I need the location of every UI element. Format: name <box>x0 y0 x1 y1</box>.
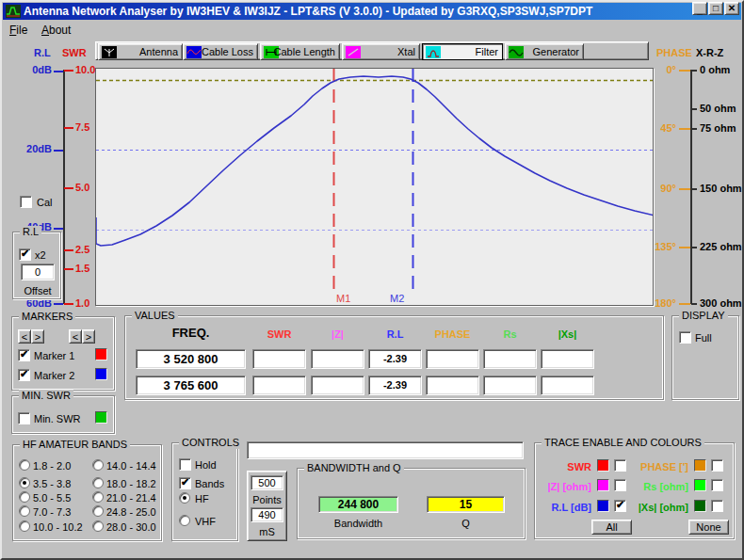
trace-z-checkbox[interactable]: ✔ <box>614 479 626 491</box>
band-radio-5.0[interactable] <box>19 491 30 503</box>
marker1-swr-field <box>252 349 306 369</box>
trace-swr-checkbox[interactable]: ✔ <box>614 459 626 472</box>
marker1-label: M1 <box>336 293 350 304</box>
band-radio-1.8[interactable] <box>19 459 30 471</box>
band-radio-21.0[interactable] <box>92 491 104 503</box>
min-swr-group: MIN. SWR ✔ Min. SWR <box>11 395 115 434</box>
rl-tick <box>54 228 63 230</box>
band-radio-18.0[interactable] <box>92 477 104 488</box>
cal-label: Cal <box>37 197 53 209</box>
marker2-color-swatch[interactable] <box>95 368 107 380</box>
marker2-right-button[interactable]: > <box>82 329 95 344</box>
marker1-checkbox[interactable]: ✔ <box>18 349 30 361</box>
vhf-label: VHF <box>195 516 216 528</box>
points-input[interactable]: 500 <box>251 475 283 490</box>
full-checkbox[interactable]: ✔ <box>679 331 691 344</box>
marker2-xs-field <box>541 376 594 395</box>
trace-rl-label: R.L [dB] <box>535 502 591 514</box>
points-label: Points <box>248 494 286 506</box>
menu-file[interactable]: File <box>6 23 31 38</box>
rl-tick <box>54 150 63 152</box>
rl-axis-label: 0dB <box>23 64 52 76</box>
vhf-radio[interactable] <box>179 515 190 526</box>
ohm-axis-label: 0 ohm <box>700 64 730 76</box>
trace-rl-checkbox[interactable]: ✔ <box>614 500 626 512</box>
xtal-button[interactable]: Xtal <box>342 43 420 60</box>
ohm-tick <box>691 70 697 72</box>
swr-axis-label: 5.0 <box>75 182 89 194</box>
phase-tick <box>679 303 690 305</box>
trace-group-title: TRACE ENABLE AND COLOURS <box>542 437 704 449</box>
marker2-checkbox[interactable]: ✔ <box>18 369 30 381</box>
marker2-left-button[interactable]: < <box>69 329 82 344</box>
trace-rl-swatch[interactable] <box>597 500 609 512</box>
phase-tick <box>679 128 690 130</box>
swr-axis-label: 1.5 <box>75 263 89 275</box>
band-radio-3.5[interactable] <box>19 477 30 488</box>
hf-radio[interactable] <box>179 492 190 504</box>
antenna-icon <box>102 46 117 58</box>
min-swr-color-swatch[interactable] <box>95 411 107 424</box>
marker1-color-swatch[interactable] <box>95 348 107 360</box>
swr-axis-label: 1.0 <box>75 297 89 310</box>
cal-checkbox[interactable]: ✔ <box>20 196 32 208</box>
close-button[interactable]: ✕ <box>724 2 739 15</box>
marker1-right-button[interactable]: > <box>31 329 44 344</box>
ohm-axis-label: 225 ohm <box>700 241 742 253</box>
cable-length-button[interactable]: Cable Length <box>260 43 340 60</box>
bands-group-title: HF AMATEUR BANDS <box>20 439 130 451</box>
trace-phase-swatch[interactable] <box>694 459 706 472</box>
min-swr-group-title: MIN. SWR <box>19 390 73 402</box>
display-group-title: DISPLAY <box>679 310 728 322</box>
antenna-button[interactable]: Antenna <box>98 43 183 60</box>
bands-checkbox[interactable]: ✔ <box>179 477 191 489</box>
filter-icon <box>426 46 441 58</box>
trace-rs-swatch[interactable] <box>694 479 706 491</box>
swr-axis-title: SWR <box>62 47 87 59</box>
maximize-button[interactable]: □ <box>708 2 723 15</box>
filter-button[interactable]: Filter <box>422 43 503 60</box>
min-swr-checkbox[interactable]: ✔ <box>18 412 30 424</box>
generator-button[interactable]: Generator <box>505 43 584 60</box>
band-radio-7.0[interactable] <box>19 505 30 517</box>
status-textbox[interactable] <box>247 441 524 459</box>
marker2-freq-field[interactable]: 3 765 600 <box>136 376 246 395</box>
minimize-button[interactable]: _ <box>692 2 707 15</box>
min-swr-label: Min. SWR <box>34 413 81 425</box>
trace-xs-swatch[interactable] <box>694 500 706 512</box>
trace-phase-checkbox[interactable]: ✔ <box>711 459 723 472</box>
chart-plot[interactable]: M1 M2 <box>95 68 654 306</box>
z-header: |Z| <box>311 328 364 341</box>
band-radio-28.0[interactable] <box>92 520 104 532</box>
title-bar: Antenna Network Analyser by IW3HEV & IW3… <box>3 3 741 20</box>
trace-rs-checkbox[interactable]: ✔ <box>711 479 723 491</box>
marker1-freq-field[interactable]: 3 520 800 <box>136 349 246 369</box>
phase-tick <box>679 70 690 72</box>
marker1-left-button[interactable]: < <box>18 329 31 344</box>
ms-input[interactable]: 490 <box>251 507 283 522</box>
trace-group: TRACE ENABLE AND COLOURS SWR ✔ |Z| [ohm]… <box>534 442 735 539</box>
markers-group-title: MARKERS <box>19 311 75 323</box>
trace-xs-checkbox[interactable]: ✔ <box>711 500 723 512</box>
offset-input[interactable]: 0 <box>21 264 55 280</box>
trace-swr-swatch[interactable] <box>597 459 609 472</box>
swr-header: SWR <box>252 328 306 341</box>
hold-checkbox[interactable]: ✔ <box>179 458 191 471</box>
swr-tick <box>64 70 73 72</box>
band-radio-10.0[interactable] <box>19 520 30 532</box>
all-button[interactable]: All <box>591 520 632 535</box>
rl-header: R.L <box>368 328 422 341</box>
marker1-z-field <box>311 349 364 369</box>
band-radio-14.0[interactable] <box>92 459 104 471</box>
band-label: 7.0 - 7.3 <box>33 506 71 519</box>
band-radio-24.8[interactable] <box>92 505 104 517</box>
menu-about[interactable]: About <box>38 23 74 38</box>
trace-z-swatch[interactable] <box>597 479 609 491</box>
rl-axis-title: R.L <box>34 47 51 59</box>
cable-loss-button[interactable]: Cable Loss <box>183 43 258 60</box>
none-button[interactable]: None <box>688 520 729 535</box>
values-group: VALUES FREQ. SWR |Z| R.L PHASE Rs |Xs| 3… <box>124 315 664 400</box>
rl-tick <box>54 71 63 72</box>
app-icon <box>6 5 21 18</box>
x2-checkbox[interactable]: ✔ <box>19 248 31 261</box>
